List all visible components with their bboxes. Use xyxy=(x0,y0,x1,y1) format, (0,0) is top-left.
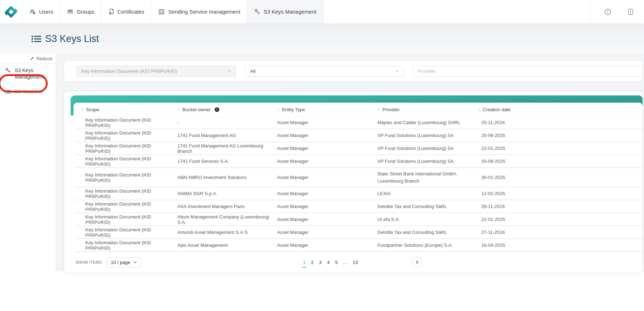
tab-label: Certificates xyxy=(117,9,144,15)
sidebar-collapse-label: Reduce xyxy=(36,56,52,61)
cell-entity-type: Asset Manager xyxy=(277,133,377,138)
cell-bucket-owner: ANIMA SGR S.p.A. xyxy=(177,191,277,196)
sidebar-item-s3-keys-management[interactable]: S3 Keys Management xyxy=(0,63,56,84)
cell-entity-type: Asset Manager xyxy=(277,175,377,180)
next-page-button[interactable] xyxy=(412,257,422,267)
table-body: Key Information Document (KID PRIIPs/KID… xyxy=(76,116,643,252)
column-label: Entity Type xyxy=(282,107,305,112)
alert-icon[interactable] xyxy=(627,8,634,15)
table-row[interactable]: Key Information Document (KID PRIIPs/KID… xyxy=(76,239,643,252)
cell-creation-date: 16-04-2025 xyxy=(478,242,643,248)
table-row[interactable]: Key Information Document (KID PRIIPs/KID… xyxy=(76,129,643,142)
entity-type-select[interactable]: All xyxy=(245,66,404,77)
table-row[interactable]: Key Information Document (KID PRIIPs/KID… xyxy=(76,142,643,155)
cell-provider: Deloitte Tax and Consulting SàRL xyxy=(377,226,478,239)
info-icon[interactable] xyxy=(604,8,611,15)
cell-provider: State Street Bank International GmbH, Lu… xyxy=(377,168,478,187)
table-accent-band: Scope Bucket owner i Entity Type xyxy=(71,95,643,116)
cell-bucket-owner: Altum Management Company (Luxembourg) S.… xyxy=(177,214,277,225)
tab-users[interactable]: Users xyxy=(23,0,60,23)
sidebar: Reduce S3 Keys Management S3 Keys List xyxy=(0,54,56,272)
cell-creation-date: 26-11-2024 xyxy=(478,204,643,209)
tab-label: S3 Keys Management xyxy=(263,9,316,15)
users-gear-icon xyxy=(29,9,36,15)
chevron-down-icon xyxy=(395,70,399,72)
table-row[interactable]: Key Information Document (KID PRIIPs/KID… xyxy=(76,187,643,200)
table-row[interactable]: Key Information Document (KID PRIIPs/KID… xyxy=(76,116,643,129)
cell-provider: VP Fund Solutions (Luxembourg) SA xyxy=(377,155,478,168)
sidebar-item-s3-keys-list[interactable]: S3 Keys List xyxy=(0,84,56,98)
page-number[interactable]: 3 xyxy=(319,260,322,265)
column-label: Bucket owner xyxy=(182,107,211,112)
chevron-right-icon xyxy=(416,260,419,264)
page-number[interactable]: 2 xyxy=(311,260,314,265)
tab-s3-keys-management[interactable]: S3 Keys Management xyxy=(247,0,324,23)
cell-creation-date: 20-06-2025 xyxy=(478,133,643,138)
cell-provider: UI efa S.A. xyxy=(377,213,478,226)
top-tabs: Users Groups Certificates Sen xyxy=(23,0,324,23)
main-panel: Key Information Document (KID PRIIPs/KID… xyxy=(56,54,644,272)
nav-right-icons xyxy=(590,0,644,23)
sidebar-item-label: S3 Keys Management xyxy=(15,67,53,80)
cell-entity-type: Asset Manager xyxy=(277,146,377,151)
cell-bucket-owner: Amundi Asset Management S.A.S xyxy=(177,230,277,235)
column-header-scope[interactable]: Scope xyxy=(76,107,177,112)
cell-scope: Key Information Document (KID PRIIPs/KID… xyxy=(76,172,177,183)
column-header-provider[interactable]: Provider xyxy=(377,107,478,112)
page-number[interactable]: 1 xyxy=(303,260,306,265)
table-row[interactable]: Key Information Document (KID PRIIPs/KID… xyxy=(76,200,643,213)
top-navigation-bar: Users Groups Certificates Sen xyxy=(0,0,644,24)
table-row[interactable]: Key Information Document (KID PRIIPs/KID… xyxy=(76,155,643,168)
cell-entity-type: Asset Manager xyxy=(277,120,377,125)
tab-certificates[interactable]: Certificates xyxy=(101,0,151,23)
column-label: Scope xyxy=(86,107,99,112)
key-icon xyxy=(254,9,260,15)
table-row[interactable]: Key Information Document (KID PRIIPs/KID… xyxy=(76,213,643,226)
cell-provider: VP Fund Solutions (Luxembourg) SA xyxy=(377,142,478,155)
column-label: Creation date xyxy=(483,107,511,112)
provider-input[interactable] xyxy=(413,66,643,77)
page-number[interactable]: 5 xyxy=(335,260,338,265)
logo-diamond-icon xyxy=(4,4,19,19)
info-icon[interactable]: i xyxy=(215,107,219,112)
column-label: Provider xyxy=(382,107,400,112)
list-icon xyxy=(5,89,11,94)
cell-scope: Key Information Document (KID PRIIPs/KID… xyxy=(76,156,177,167)
cell-entity-type: Asset Manager xyxy=(277,159,377,164)
footer-blank-area xyxy=(0,272,644,311)
cell-provider: VP Fund Solutions (Luxembourg) SA xyxy=(377,129,478,142)
cell-bucket-owner: 1741 Fund Management AG Luxembourg Branc… xyxy=(177,143,277,154)
certificate-icon xyxy=(108,9,114,15)
page-header: S3 Keys List xyxy=(0,24,644,54)
cell-bucket-owner: ABN AMRO Investment Solutions xyxy=(177,175,277,180)
column-header-bucket-owner[interactable]: Bucket owner i xyxy=(177,107,277,112)
cell-creation-date: 20-06-2025 xyxy=(478,159,643,164)
page-number[interactable]: 4 xyxy=(327,260,330,265)
tab-sending-service-management[interactable]: Sending Service management xyxy=(151,0,247,23)
tab-groups[interactable]: Groups xyxy=(60,0,101,23)
cell-creation-date: 30-01-2025 xyxy=(478,175,643,180)
column-header-entity-type[interactable]: Entity Type xyxy=(277,107,377,112)
cell-entity-type: Asset Manager xyxy=(277,230,377,235)
sort-arrow-icon xyxy=(81,108,84,111)
cell-entity-type: Asset Manager xyxy=(277,217,377,222)
page-title: S3 Keys List xyxy=(45,33,99,44)
app-logo[interactable] xyxy=(0,0,23,23)
sidebar-collapse-button[interactable]: Reduce xyxy=(0,54,56,63)
sidebar-item-label: S3 Keys List xyxy=(15,88,43,95)
cell-scope: Key Information Document (KID PRIIPs/KID… xyxy=(76,214,177,225)
cell-bucket-owner: 1741 Fund Services S.A. xyxy=(177,159,277,164)
s3-keys-table-card: Scope Bucket owner i Entity Type xyxy=(64,92,643,273)
scope-select[interactable]: Key Information Document (KID PRIIPs/KID… xyxy=(77,66,236,77)
reduce-arrow-icon xyxy=(30,56,34,61)
page-number[interactable]: 13 xyxy=(353,260,358,265)
cell-provider: Deloitte Tax and Consulting SàRL xyxy=(377,201,478,213)
table-row[interactable]: Key Information Document (KID PRIIPs/KID… xyxy=(76,226,643,239)
cell-creation-date: 22-01-2025 xyxy=(478,146,643,151)
table-row[interactable]: Key Information Document (KID PRIIPs/KID… xyxy=(76,168,643,187)
page-size-select[interactable]: 10 / page xyxy=(106,257,141,268)
chevron-down-icon xyxy=(228,70,232,72)
column-header-creation-date[interactable]: Creation date xyxy=(478,107,643,112)
content-area: Reduce S3 Keys Management S3 Keys List K… xyxy=(0,54,644,272)
cell-entity-type: Asset Manager xyxy=(277,242,377,248)
